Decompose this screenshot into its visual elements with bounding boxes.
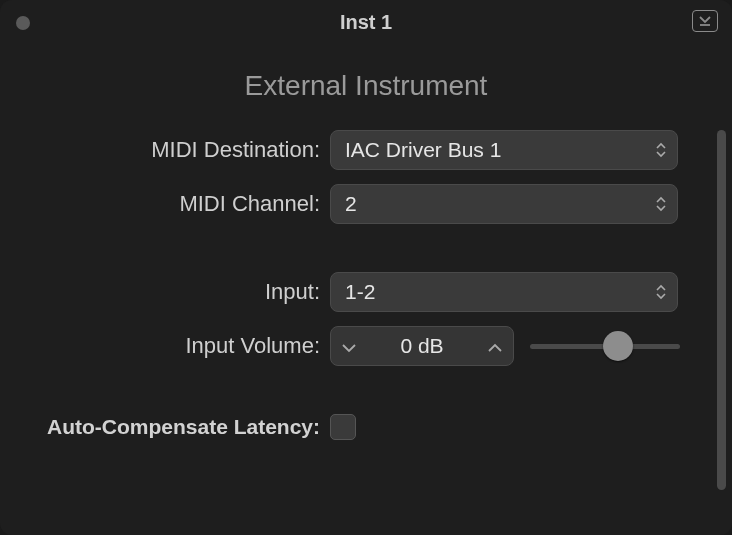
updown-icon bbox=[655, 196, 667, 212]
chevron-down-icon[interactable] bbox=[341, 334, 357, 358]
label-midi-destination: MIDI Destination: bbox=[0, 137, 330, 163]
row-midi-channel: MIDI Channel: 2 bbox=[0, 184, 732, 224]
label-midi-channel: MIDI Channel: bbox=[0, 191, 330, 217]
updown-icon bbox=[655, 284, 667, 300]
input-value: 1-2 bbox=[345, 280, 375, 304]
input-volume-slider[interactable] bbox=[530, 326, 680, 366]
collapse-icon bbox=[698, 15, 712, 27]
label-input-volume: Input Volume: bbox=[0, 333, 330, 359]
window-title: Inst 1 bbox=[340, 11, 392, 34]
input-volume-value: 0 dB bbox=[400, 334, 443, 358]
slider-thumb[interactable] bbox=[603, 331, 633, 361]
titlebar: Inst 1 bbox=[0, 0, 732, 44]
midi-channel-select[interactable]: 2 bbox=[330, 184, 678, 224]
midi-destination-select[interactable]: IAC Driver Bus 1 bbox=[330, 130, 678, 170]
scrollbar[interactable] bbox=[717, 130, 726, 490]
collapse-button[interactable] bbox=[692, 10, 718, 32]
input-volume-stepper[interactable]: 0 dB bbox=[330, 326, 514, 366]
auto-compensate-checkbox[interactable] bbox=[330, 414, 356, 440]
input-select[interactable]: 1-2 bbox=[330, 272, 678, 312]
midi-channel-value: 2 bbox=[345, 192, 357, 216]
row-midi-destination: MIDI Destination: IAC Driver Bus 1 bbox=[0, 130, 732, 170]
row-auto-compensate: Auto-Compensate Latency: bbox=[0, 414, 732, 440]
page-title: External Instrument bbox=[0, 70, 732, 102]
form: MIDI Destination: IAC Driver Bus 1 MIDI … bbox=[0, 130, 732, 440]
updown-icon bbox=[655, 142, 667, 158]
close-icon[interactable] bbox=[16, 16, 30, 30]
chevron-up-icon[interactable] bbox=[487, 334, 503, 358]
label-auto-compensate: Auto-Compensate Latency: bbox=[0, 415, 330, 439]
row-input-volume: Input Volume: 0 dB bbox=[0, 326, 732, 366]
plugin-window: Inst 1 External Instrument MIDI Destinat… bbox=[0, 0, 732, 535]
label-input: Input: bbox=[0, 279, 330, 305]
midi-destination-value: IAC Driver Bus 1 bbox=[345, 138, 501, 162]
row-input: Input: 1-2 bbox=[0, 272, 732, 312]
